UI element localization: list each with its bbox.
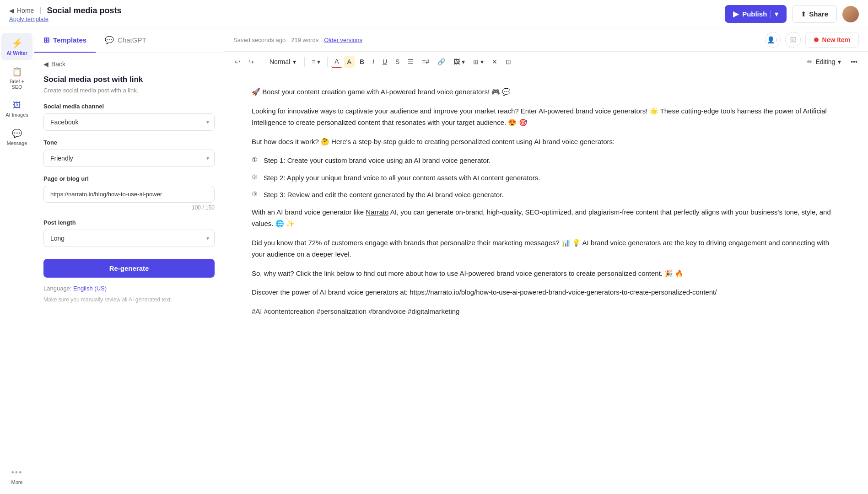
bold-button[interactable]: B <box>356 56 367 68</box>
ordered-list-button[interactable]: ≡# <box>419 56 432 68</box>
saved-status: Saved seconds ago <box>233 37 286 43</box>
tone-select-wrapper: Friendly Professional Casual Formal ▾ <box>43 150 215 167</box>
share-button[interactable]: ⬆ Share <box>792 5 837 23</box>
top-bar-right: ▶ Publish ▾ ⬆ Share <box>725 5 859 23</box>
language-notice: Language: English (US) <box>43 285 215 292</box>
tab-chatgpt[interactable]: 💬 ChatGPT <box>96 28 156 53</box>
step-3-number: ③ <box>252 189 261 200</box>
url-input[interactable] <box>43 186 215 203</box>
redo-button[interactable]: ↪ <box>245 56 257 68</box>
home-button[interactable]: ◀ Home <box>9 7 34 14</box>
new-item-dot <box>814 38 819 42</box>
editor-area: Saved seconds ago 219 words Older versio… <box>224 28 868 494</box>
sidebar-item-more[interactable]: ••• More <box>1 463 32 489</box>
chatgpt-icon: 💬 <box>105 36 114 44</box>
publish-button[interactable]: ▶ Publish ▾ <box>725 5 787 23</box>
style-chevron-icon: ▾ <box>293 58 296 65</box>
disclaimer-text: Make sure you manually review all AI gen… <box>43 295 215 304</box>
user-add-icon-button[interactable]: 👤+ <box>765 32 781 48</box>
editing-mode-button[interactable]: ✏ Editing ▾ <box>803 56 846 68</box>
step-3: ③ Step 3: Review and edit the content ge… <box>252 189 841 201</box>
editing-chevron-icon: ▾ <box>838 58 841 65</box>
para1: Looking for innovative ways to captivate… <box>252 105 841 129</box>
step-2: ② Step 2: Apply your unique brand voice … <box>252 172 841 184</box>
tone-label: Tone <box>43 139 215 146</box>
length-label: Post length <box>43 219 215 226</box>
style-select-button[interactable]: Normal ▾ <box>265 56 301 68</box>
hashtags: #AI #contentcreation #personalization #b… <box>252 306 841 317</box>
template-description: Create social media post with a link. <box>43 87 215 94</box>
step-1: ① Step 1: Create your custom brand voice… <box>252 155 841 166</box>
underline-button[interactable]: U <box>379 56 390 68</box>
sidebar-item-message[interactable]: 💬 Message <box>1 124 32 150</box>
image-icon: 🖼 <box>13 101 21 110</box>
length-form-group: Post length Short Medium Long ▾ <box>43 219 215 247</box>
narrato-link[interactable]: Narrato <box>366 208 388 216</box>
url-form-group: Page or blog url 100 / 150 <box>43 175 215 211</box>
editor-content[interactable]: 🚀 Boost your content creation game with … <box>224 72 868 494</box>
channel-select[interactable]: Facebook Twitter LinkedIn Instagram <box>43 113 215 131</box>
format-toolbar: ↩ ↪ Normal ▾ ≡ ▾ A A B I U S ☰ ≡# 🔗 🖼 ▾ … <box>224 52 868 72</box>
para5: So, why wait? Click the link below to fi… <box>252 268 841 279</box>
editor-top-left: Saved seconds ago 219 words Older versio… <box>233 37 362 43</box>
align-button[interactable]: ≡ ▾ <box>308 56 323 68</box>
pencil-icon: ✏ <box>807 58 813 65</box>
page-title: Social media posts <box>47 6 122 16</box>
image-insert-button[interactable]: 🖼 ▾ <box>450 56 468 68</box>
italic-button[interactable]: I <box>369 56 377 68</box>
font-color-button[interactable]: A <box>331 55 342 68</box>
message-icon: 💬 <box>12 129 22 139</box>
template-title: Social media post with link <box>43 75 215 84</box>
lightning-icon: ⚡ <box>11 38 23 48</box>
step-1-number: ① <box>252 155 261 166</box>
sidebar-item-ai-images[interactable]: 🖼 AI Images <box>1 96 32 122</box>
sidebar-item-ai-writer[interactable]: ⚡ AI Writer <box>1 33 32 60</box>
tone-form-group: Tone Friendly Professional Casual Formal… <box>43 139 215 167</box>
link-button[interactable]: 🔗 <box>434 56 448 68</box>
channel-label: Social media channel <box>43 103 215 110</box>
char-count: 100 / 150 <box>43 204 215 211</box>
clipboard-icon: 📋 <box>12 67 22 77</box>
length-select-wrapper: Short Medium Long ▾ <box>43 230 215 247</box>
para4: Did you know that 72% of customers engag… <box>252 237 841 260</box>
editor-top-right: 👤+ 🖼 New Item <box>765 32 859 48</box>
older-versions-link[interactable]: Older versions <box>324 37 362 43</box>
back-button[interactable]: ◀ Back <box>43 60 215 68</box>
regenerate-button[interactable]: Re-generate <box>43 259 215 278</box>
top-bar: ◀ Home | Social media posts Apply templa… <box>0 0 868 28</box>
intro-paragraph: 🚀 Boost your content creation game with … <box>252 86 841 98</box>
discover-paragraph: Discover the power of AI brand voice gen… <box>252 286 841 298</box>
image-placeholder-icon-button[interactable]: 🖼 <box>785 32 801 48</box>
sidebar-item-brief-seo[interactable]: 📋 Brief + SEO <box>1 62 32 94</box>
editor-top-bar: Saved seconds ago 219 words Older versio… <box>224 28 868 52</box>
panel-content: ◀ Back Social media post with link Creat… <box>34 53 224 494</box>
language-link[interactable]: English (US) <box>73 285 107 292</box>
length-select[interactable]: Short Medium Long <box>43 230 215 247</box>
channel-form-group: Social media channel Facebook Twitter Li… <box>43 103 215 131</box>
apply-template-link[interactable]: Apply template <box>9 16 122 22</box>
toolbar-divider-2 <box>304 57 305 67</box>
panel: ⊞ Templates 💬 ChatGPT ‹ ◀ Back Social me… <box>34 28 224 494</box>
word-count: 219 words <box>291 37 318 43</box>
more-format-button[interactable]: ⊡ <box>502 56 514 68</box>
undo-button[interactable]: ↩ <box>232 56 243 68</box>
tab-templates[interactable]: ⊞ Templates <box>34 28 96 53</box>
clear-format-button[interactable]: ✕ <box>489 56 501 68</box>
avatar[interactable] <box>842 6 859 22</box>
step-2-number: ② <box>252 172 261 183</box>
para2: But how does it work? 🤔 Here's a step-by… <box>252 136 841 148</box>
new-item-button[interactable]: New Item <box>805 32 859 48</box>
toolbar-divider-3 <box>327 57 328 67</box>
sidebar: ⚡ AI Writer 📋 Brief + SEO 🖼 AI Images 💬 … <box>0 28 34 494</box>
strikethrough-button[interactable]: S <box>392 56 403 68</box>
tone-select[interactable]: Friendly Professional Casual Formal <box>43 150 215 167</box>
table-button[interactable]: ⊞ ▾ <box>470 56 487 68</box>
more-options-button[interactable]: ••• <box>847 56 861 68</box>
bullet-list-button[interactable]: ☰ <box>404 56 417 68</box>
templates-icon: ⊞ <box>43 36 49 44</box>
more-icon: ••• <box>11 468 23 478</box>
channel-select-wrapper: Facebook Twitter LinkedIn Instagram ▾ <box>43 113 215 131</box>
highlight-button[interactable]: A <box>344 56 355 68</box>
top-bar-left: ◀ Home | Social media posts Apply templa… <box>9 6 122 22</box>
url-label: Page or blog url <box>43 175 215 182</box>
